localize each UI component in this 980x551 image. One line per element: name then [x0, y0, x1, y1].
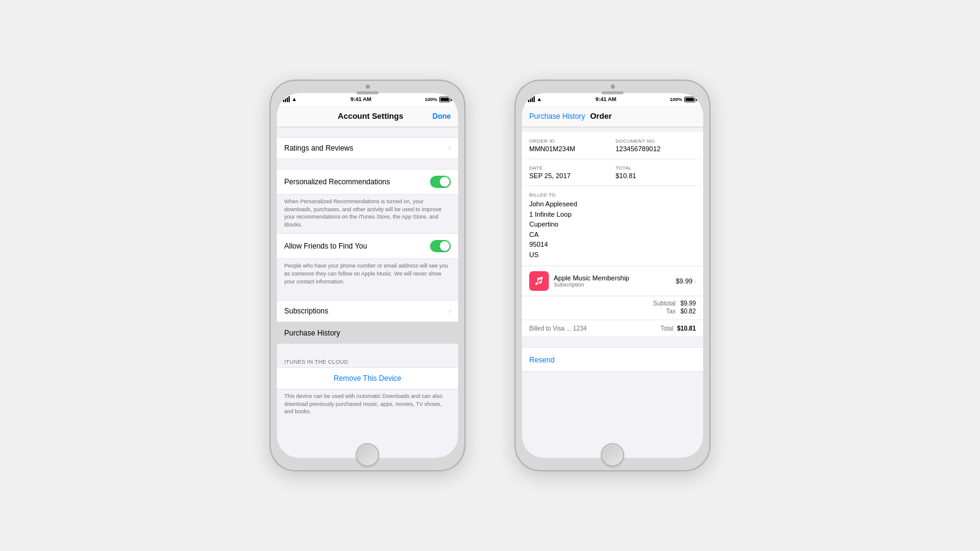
status-time-2: 9:41 AM [595, 96, 616, 102]
date-field: DATE SEP 25, 2017 [529, 165, 609, 179]
screen-1: ▲ 9:41 AM 100% Account Settings [277, 93, 458, 458]
subtotal-row: Subtotal $9.99 [529, 300, 696, 307]
battery-percent-2: 100% [670, 97, 682, 102]
resend-button[interactable]: Resend [529, 356, 554, 364]
battery-percent-1: 100% [425, 97, 437, 102]
bar4 [288, 96, 290, 102]
purchase-history-chevron: › [448, 329, 451, 337]
signal-bars-1 [283, 96, 290, 102]
home-button-2[interactable] [601, 443, 624, 467]
battery-tip-2 [696, 98, 697, 101]
friends-toggle[interactable] [430, 240, 451, 252]
item-price-value: $9.99 [676, 277, 693, 285]
phone-1: ▲ 9:41 AM 100% Account Settings [270, 80, 466, 471]
battery-body-1 [439, 97, 450, 102]
friends-desc: People who have your phone number or ema… [277, 259, 458, 290]
battery-fill-2 [685, 98, 694, 101]
personalized-desc: When Personalized Recommendations is tur… [277, 195, 458, 233]
billed-to-section: BILLED TO John Appleseed 1 Infinite Loop… [522, 186, 703, 266]
bar4b [533, 96, 535, 102]
order-id-field: ORDER ID MMN01M234M [529, 138, 609, 152]
ratings-chevron: › [448, 144, 451, 152]
bar1b [528, 100, 529, 102]
status-left-2: ▲ [528, 96, 542, 102]
nav-title-1: Account Settings [338, 111, 404, 121]
speaker-2 [601, 91, 624, 94]
gap-2 [277, 159, 458, 169]
battery-tip-1 [451, 98, 452, 101]
order-nav: Purchase History Order [522, 105, 703, 127]
total-value-right: $10.81 [677, 325, 696, 332]
remove-device-link[interactable]: Remove This Device [334, 374, 401, 383]
subscriptions-label: Subscriptions [284, 307, 328, 315]
order-nav-title: Order [590, 111, 611, 121]
subscriptions-chevron: › [448, 307, 451, 315]
bar2b [530, 99, 531, 102]
status-left-1: ▲ [283, 96, 297, 102]
billed-to-addr2: Cupertino [529, 219, 696, 230]
battery-icon-1 [439, 97, 452, 102]
tax-label: Tax [666, 308, 676, 315]
bar2 [285, 99, 286, 102]
back-to-purchase-history[interactable]: Purchase History [529, 112, 585, 121]
billed-to-label: BILLED TO [529, 192, 696, 198]
billed-via-text: Billed to Visa ... 1234 [529, 325, 587, 332]
order-content: ORDER ID MMN01M234M DOCUMENT NO. 1234567… [522, 127, 703, 458]
ratings-row[interactable]: Ratings and Reviews › [277, 137, 458, 159]
gap-3 [277, 290, 458, 300]
doc-no-value: 123456789012 [616, 145, 696, 152]
wifi-icon-2: ▲ [537, 96, 542, 102]
subscriptions-row[interactable]: Subscriptions › [277, 300, 458, 322]
bar1 [283, 100, 284, 102]
wifi-icon-1: ▲ [292, 96, 297, 102]
friends-label: Allow Friends to Find You [284, 242, 367, 250]
doc-no-field: DOCUMENT NO. 123456789012 [616, 138, 696, 152]
done-button[interactable]: Done [432, 112, 451, 121]
order-item-row[interactable]: Apple Music Membership Subscription $9.9… [522, 266, 703, 296]
toggle-knob-1 [440, 177, 450, 187]
phone-top-decor-2 [601, 84, 624, 94]
home-button-1[interactable] [356, 443, 379, 467]
order-totals: Subtotal $9.99 Tax $0.82 [522, 296, 703, 320]
ratings-label: Ratings and Reviews [284, 144, 353, 152]
billed-to-name: John Appleseed [529, 199, 696, 209]
phone-top-decor-1 [356, 84, 379, 94]
doc-no-label: DOCUMENT NO. [616, 138, 696, 144]
billed-to-state: CA [529, 230, 696, 240]
order-item-name: Apple Music Membership [554, 274, 671, 282]
bar3b [532, 97, 533, 102]
itunes-header: ITUNES IN THE CLOUD [277, 354, 458, 367]
billed-total-row: Billed to Visa ... 1234 Total $10.81 [522, 320, 703, 337]
signal-bars-2 [528, 96, 535, 102]
total-right: Total $10.81 [660, 325, 696, 332]
billed-to-addr1: 1 Infinite Loop [529, 209, 696, 220]
subtotal-value: $9.99 [680, 300, 696, 307]
music-app-icon [529, 271, 549, 291]
order-gap-2 [522, 337, 703, 342]
music-note-icon [533, 276, 545, 287]
personalized-toggle[interactable] [430, 176, 451, 188]
billed-to-zip: 95014 [529, 239, 696, 250]
personalized-row: Personalized Recommendations [277, 169, 458, 195]
settings-content: Ratings and Reviews › Personalized Recom… [277, 127, 458, 458]
order-gap-1 [522, 127, 703, 132]
status-time-1: 9:41 AM [350, 96, 371, 102]
item-price-chevron: › [694, 278, 696, 285]
battery-icon-2 [684, 97, 697, 102]
speaker-1 [356, 91, 379, 94]
total-label: TOTAL [616, 165, 696, 171]
purchase-history-label: Purchase History [284, 329, 340, 337]
remove-device-row[interactable]: Remove This Device [277, 367, 458, 389]
camera-2 [611, 84, 615, 89]
subtotal-label: Subtotal [653, 300, 676, 307]
personalized-label: Personalized Recommendations [284, 178, 390, 186]
total-value: $10.81 [616, 172, 696, 179]
gap-1 [277, 127, 458, 137]
purchase-history-row[interactable]: Purchase History › [277, 322, 458, 344]
itunes-desc: This device can be used with Automatic D… [277, 389, 458, 421]
date-value: SEP 25, 2017 [529, 172, 609, 179]
order-item-details: Apple Music Membership Subscription [554, 274, 671, 288]
order-item-price: $9.99 › [676, 277, 696, 285]
date-label: DATE [529, 165, 609, 171]
friends-row: Allow Friends to Find You [277, 233, 458, 259]
